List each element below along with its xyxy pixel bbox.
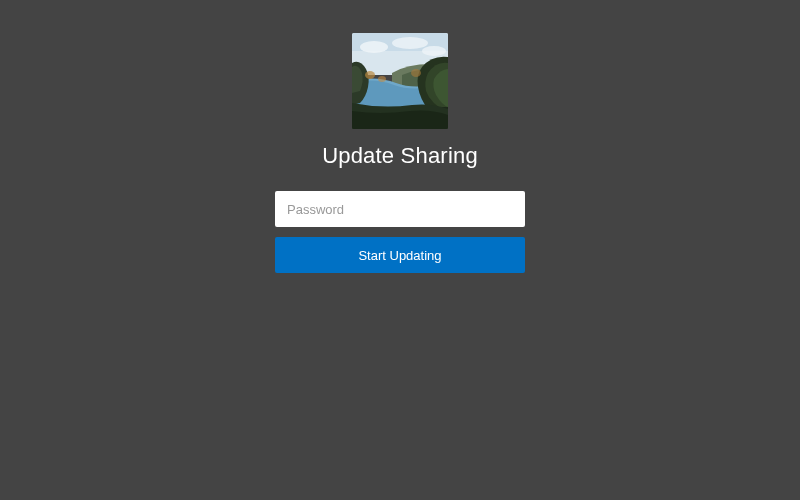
svg-point-3 xyxy=(392,37,428,49)
svg-point-6 xyxy=(365,71,375,79)
page-title: Update Sharing xyxy=(322,143,478,169)
start-updating-button[interactable]: Start Updating xyxy=(275,237,525,273)
svg-point-8 xyxy=(411,69,421,77)
update-form: Start Updating xyxy=(275,191,525,273)
password-input[interactable] xyxy=(275,191,525,227)
svg-point-4 xyxy=(422,46,446,56)
svg-point-2 xyxy=(360,41,388,53)
thumbnail-image xyxy=(352,33,448,129)
svg-point-7 xyxy=(378,76,386,82)
